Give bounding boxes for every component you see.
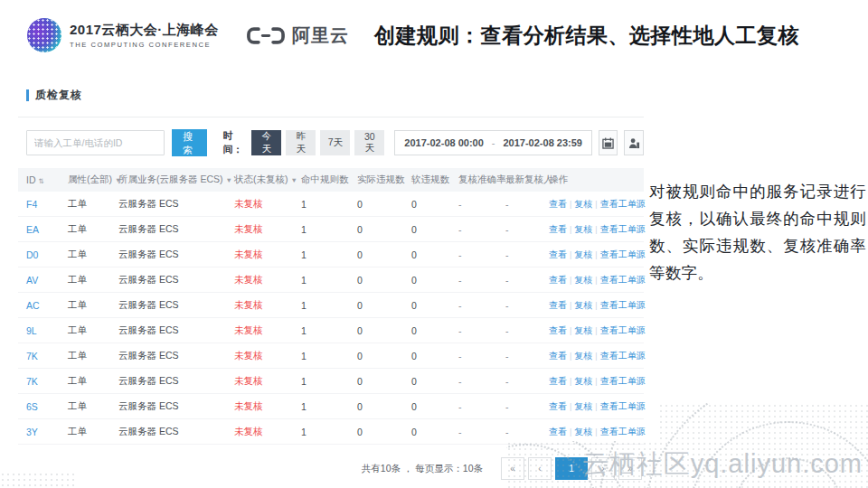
user-icon bbox=[628, 137, 640, 149]
table-row: EA 工单 云服务器 ECS 未复核 1 0 0 - - 查看|复核|查看工单源 bbox=[18, 217, 644, 242]
table-row: F4 工单 云服务器 ECS 未复核 1 0 0 - - 查看|复核|查看工单源 bbox=[18, 192, 644, 217]
search-input[interactable] bbox=[26, 130, 165, 155]
date-range-picker[interactable]: 2017-02-08 00:00 - 2017-02-08 23:59 bbox=[394, 130, 592, 155]
row-hit-rules: 1 bbox=[301, 401, 357, 412]
row-id-link[interactable]: 3Y bbox=[26, 427, 68, 437]
view-ticket-source-link[interactable]: 查看工单源 bbox=[600, 249, 646, 259]
view-link[interactable]: 查看 bbox=[549, 427, 567, 436]
row-reviewer: - bbox=[505, 275, 549, 286]
table-column-header[interactable]: 实际违规数 bbox=[357, 174, 411, 186]
table-row: 3Y 工单 云服务器 ECS 未复核 1 0 0 - - 查看|复核|查看工单源 bbox=[18, 419, 644, 445]
view-link[interactable]: 查看 bbox=[549, 325, 567, 335]
table-column-header[interactable]: 最新复核人 bbox=[505, 174, 549, 186]
table-column-header[interactable]: 软违规数 bbox=[411, 174, 458, 186]
aliyun-logo-text: 阿里云 bbox=[292, 23, 349, 48]
pagination-button[interactable]: › bbox=[591, 457, 615, 480]
action-separator: | bbox=[570, 402, 571, 411]
pagination-button[interactable]: 1 bbox=[555, 457, 588, 480]
review-link[interactable]: 复核 bbox=[574, 249, 592, 259]
view-ticket-source-link[interactable]: 查看工单源 bbox=[600, 300, 646, 310]
review-link[interactable]: 复核 bbox=[574, 224, 592, 234]
view-link[interactable]: 查看 bbox=[549, 300, 567, 310]
view-ticket-source-link[interactable]: 查看工单源 bbox=[600, 224, 646, 234]
row-id-link[interactable]: 7K bbox=[26, 351, 68, 361]
row-actions: 查看|复核|查看工单源 bbox=[549, 274, 646, 286]
pagination-button[interactable]: ‹ bbox=[528, 457, 552, 480]
table-column-header[interactable]: 状态(未复核)▼ bbox=[234, 174, 301, 186]
view-ticket-source-link[interactable]: 查看工单源 bbox=[600, 325, 646, 335]
slide: 2017云栖大会·上海峰会 THE COMPUTING CONFERENCE 阿… bbox=[0, 0, 868, 488]
row-id-link[interactable]: F4 bbox=[26, 199, 68, 210]
dotted-circle bbox=[687, 421, 868, 488]
row-reviewer: - bbox=[505, 224, 549, 235]
row-actions: 查看|复核|查看工单源 bbox=[549, 324, 646, 337]
slide-header: 2017云栖大会·上海峰会 THE COMPUTING CONFERENCE 阿… bbox=[27, 18, 859, 52]
row-soft-violations: 0 bbox=[411, 275, 458, 286]
row-reviewer: - bbox=[505, 249, 549, 260]
review-link[interactable]: 复核 bbox=[574, 351, 592, 361]
row-hit-rules: 1 bbox=[301, 300, 357, 311]
view-link[interactable]: 查看 bbox=[549, 275, 567, 285]
row-id-link[interactable]: AV bbox=[26, 275, 68, 286]
time-filter-button[interactable]: 昨天 bbox=[286, 130, 316, 155]
row-actions: 查看|复核|查看工单源 bbox=[549, 249, 646, 261]
view-ticket-source-link[interactable]: 查看工单源 bbox=[600, 275, 646, 285]
row-attribute: 工单 bbox=[68, 350, 118, 362]
view-link[interactable]: 查看 bbox=[549, 249, 567, 259]
row-id-link[interactable]: AC bbox=[26, 300, 68, 311]
table-column-header[interactable]: 操作 bbox=[549, 174, 636, 186]
table-column-header[interactable]: 复核准确率 bbox=[458, 174, 505, 186]
date-range-separator: - bbox=[492, 137, 495, 148]
row-id-link[interactable]: EA bbox=[26, 224, 68, 235]
view-ticket-source-link[interactable]: 查看工单源 bbox=[600, 376, 646, 386]
table-row: AC 工单 云服务器 ECS 未复核 1 0 0 - - 查看|复核|查看工单源 bbox=[18, 293, 644, 318]
review-link[interactable]: 复核 bbox=[574, 376, 592, 386]
time-filter-button[interactable]: 30天 bbox=[354, 130, 384, 155]
row-actual-violations: 0 bbox=[357, 199, 411, 210]
search-button[interactable]: 搜索 bbox=[172, 129, 207, 156]
dotted-circle bbox=[732, 457, 844, 488]
review-link[interactable]: 复核 bbox=[574, 401, 592, 411]
conference-sphere-icon bbox=[27, 18, 61, 52]
table-column-header[interactable]: ID⇅ bbox=[26, 174, 68, 185]
row-status: 未复核 bbox=[234, 426, 301, 438]
action-separator: | bbox=[570, 276, 571, 285]
action-separator: | bbox=[595, 225, 597, 234]
row-id-link[interactable]: D0 bbox=[26, 249, 68, 260]
table-column-header[interactable]: 命中规则数 bbox=[301, 174, 357, 186]
reviewer-button[interactable] bbox=[624, 130, 644, 155]
table-column-header[interactable]: 属性(全部)▼ bbox=[68, 174, 118, 186]
view-link[interactable]: 查看 bbox=[549, 401, 567, 411]
time-filter-button[interactable]: 7天 bbox=[320, 130, 350, 155]
review-link[interactable]: 复核 bbox=[574, 300, 592, 310]
row-id-link[interactable]: 9L bbox=[26, 325, 68, 336]
pagination-button[interactable]: « bbox=[501, 457, 524, 480]
table-column-header[interactable]: 所属业务(云服务器 ECS)▼ bbox=[118, 174, 234, 186]
row-status: 未复核 bbox=[234, 249, 301, 261]
review-link[interactable]: 复核 bbox=[574, 427, 592, 436]
view-ticket-source-link[interactable]: 查看工单源 bbox=[600, 427, 646, 436]
row-id-link[interactable]: 7K bbox=[26, 376, 68, 387]
view-link[interactable]: 查看 bbox=[549, 376, 567, 386]
view-ticket-source-link[interactable]: 查看工单源 bbox=[600, 351, 646, 361]
action-separator: | bbox=[570, 377, 571, 386]
calendar-button[interactable] bbox=[599, 130, 618, 155]
row-business: 云服务器 ECS bbox=[118, 375, 234, 388]
row-actions: 查看|复核|查看工单源 bbox=[549, 350, 646, 362]
row-reviewer: - bbox=[505, 401, 549, 412]
view-link[interactable]: 查看 bbox=[549, 351, 567, 361]
time-filter-button[interactable]: 今天 bbox=[251, 130, 281, 155]
row-attribute: 工单 bbox=[68, 426, 118, 438]
view-link[interactable]: 查看 bbox=[549, 199, 567, 209]
row-accuracy: - bbox=[458, 427, 505, 437]
table-row: AV 工单 云服务器 ECS 未复核 1 0 0 - - 查看|复核|查看工单源 bbox=[18, 267, 644, 293]
view-ticket-source-link[interactable]: 查看工单源 bbox=[600, 199, 646, 209]
row-id-link[interactable]: 6S bbox=[26, 401, 68, 412]
review-link[interactable]: 复核 bbox=[574, 199, 592, 209]
row-status: 未复核 bbox=[234, 400, 301, 413]
review-link[interactable]: 复核 bbox=[574, 325, 592, 335]
pagination-button[interactable]: » bbox=[618, 457, 642, 480]
view-ticket-source-link[interactable]: 查看工单源 bbox=[600, 401, 646, 411]
review-link[interactable]: 复核 bbox=[574, 275, 592, 285]
view-link[interactable]: 查看 bbox=[549, 224, 567, 234]
